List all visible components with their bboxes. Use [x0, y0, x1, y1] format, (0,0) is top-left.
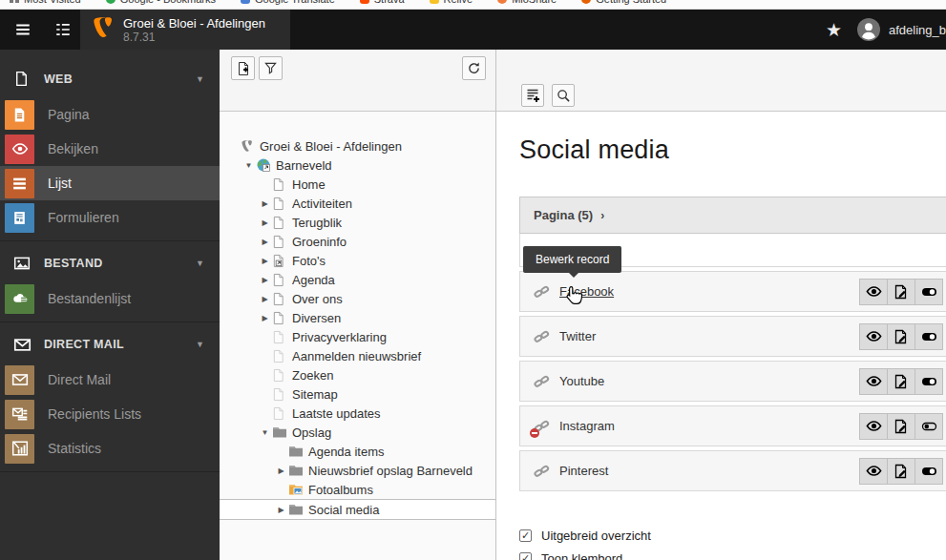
edit-button[interactable] — [887, 458, 915, 485]
chevron-right-icon[interactable]: ▶ — [258, 314, 272, 322]
chevron-right-icon[interactable]: ▶ — [274, 506, 288, 514]
tree-item[interactable]: ▶ Activiteiten — [220, 194, 495, 213]
tree-item-label[interactable]: Home — [292, 177, 326, 192]
option-row[interactable]: ✓ Uitgebreid overzicht — [519, 529, 946, 543]
tree-item[interactable]: ▶ Groeninfo — [220, 232, 495, 251]
tree-item[interactable]: ▶ Social media — [220, 499, 495, 520]
edit-button[interactable] — [887, 368, 915, 395]
tree-item-label[interactable]: Social media — [308, 503, 379, 517]
module-item-direct-mail[interactable]: Direct Mail — [0, 363, 220, 397]
chevron-right-icon[interactable]: ▶ — [258, 199, 272, 208]
filter-button[interactable] — [259, 56, 283, 80]
chevron-right-icon[interactable]: ▶ — [258, 295, 272, 303]
module-item-statistics[interactable]: Statistics — [0, 431, 220, 466]
toggle-visibility-button[interactable] — [914, 458, 943, 485]
bookmark-item[interactable]: Most Visited — [10, 0, 81, 5]
view-button[interactable] — [859, 458, 888, 485]
chevron-right-icon[interactable]: ▶ — [258, 218, 272, 227]
tree-item[interactable]: Sitemap — [220, 384, 495, 404]
tree-item[interactable]: Agenda items — [220, 442, 495, 461]
module-item-bestandenlijst[interactable]: Bestandenlijst — [0, 281, 220, 316]
bookmark-item[interactable]: Google - Bookmarks — [106, 0, 216, 5]
chevron-down-icon[interactable]: ▼ — [242, 161, 256, 170]
search-button[interactable] — [552, 84, 575, 107]
tree-item-label[interactable]: Over ons — [292, 292, 343, 306]
bookmark-star-icon[interactable]: ★ — [826, 21, 842, 39]
user-menu[interactable]: afdeling_b — [857, 18, 946, 41]
view-button[interactable] — [859, 279, 888, 305]
edit-button[interactable] — [887, 323, 915, 350]
bookmark-item[interactable]: Getting Started — [581, 0, 666, 5]
chevron-right-icon[interactable]: ▶ — [258, 238, 272, 246]
tree-item[interactable]: ▼ Opslag — [220, 423, 495, 442]
tree-item-label[interactable]: Foto's — [292, 254, 326, 268]
tree-item-label[interactable]: Activiteiten — [292, 197, 352, 211]
tree-item-label[interactable]: Groei & Bloei - Afdelingen — [260, 139, 402, 154]
tree-item-label[interactable]: Sitemap — [292, 387, 338, 402]
new-page-button[interactable] — [231, 56, 255, 80]
chevron-down-icon[interactable]: ▼ — [258, 428, 272, 437]
tree-item[interactable]: Home — [220, 175, 495, 194]
menu-toggle-icon[interactable] — [12, 19, 33, 40]
tree-item[interactable]: ▶ Terugblik — [220, 213, 495, 232]
module-item-recipients-lists[interactable]: Recipients Lists — [0, 397, 220, 431]
toggle-visibility-button[interactable] — [914, 279, 943, 305]
toggle-visibility-button[interactable] — [914, 413, 943, 440]
view-button[interactable] — [859, 368, 888, 395]
tree-item-label[interactable]: Opslag — [292, 425, 331, 440]
tree-item[interactable]: ▶ Agenda — [220, 270, 495, 289]
tree-item-label[interactable]: Zoeken — [292, 368, 333, 383]
record-link[interactable]: Pinterest — [559, 464, 608, 478]
tree-item[interactable]: Fotoalbums — [220, 480, 495, 499]
toggle-visibility-button[interactable] — [914, 323, 943, 350]
checkbox[interactable]: ✓ — [519, 529, 532, 542]
tree-item[interactable]: Zoeken — [220, 365, 495, 384]
table-heading[interactable]: Pagina (5) › — [519, 197, 946, 234]
tree-item[interactable]: ▶ Foto's — [220, 251, 495, 270]
pagetree-toggle-icon[interactable] — [53, 19, 74, 40]
module-section-header[interactable]: DIRECT MAIL ▼ — [0, 326, 220, 363]
tree-item-label[interactable]: Fotoalbums — [308, 483, 373, 497]
tree-item-label[interactable]: Nieuwsbrief opslag Barneveld — [308, 464, 473, 478]
bookmark-item[interactable]: Relive — [430, 0, 473, 5]
bookmark-item[interactable]: MioShare — [497, 0, 557, 5]
tree-item[interactable]: Privacyverklaring — [220, 327, 495, 346]
edit-button[interactable] — [887, 413, 915, 440]
module-item-bekijken[interactable]: Bekijken — [0, 132, 220, 166]
edit-button[interactable] — [887, 279, 915, 305]
module-section-header[interactable]: WEB ▼ — [0, 61, 220, 97]
module-section-header[interactable]: BESTAND ▼ — [0, 245, 220, 281]
module-item-formulieren[interactable]: Formulieren — [0, 200, 220, 235]
view-button[interactable] — [859, 413, 888, 440]
tree-item-label[interactable]: Diversen — [292, 311, 341, 325]
tree-item[interactable]: ▶ Over ons — [220, 289, 495, 308]
tree-item-label[interactable]: Aanmelden nieuwsbrief — [292, 349, 421, 363]
option-row[interactable]: ✓ Toon klembord — [519, 551, 946, 560]
tree-item-label[interactable]: Agenda items — [308, 445, 385, 459]
toggle-visibility-button[interactable] — [914, 368, 943, 395]
bookmark-item[interactable]: Strava — [360, 0, 405, 5]
checkbox[interactable]: ✓ — [519, 552, 532, 560]
module-item-lijst[interactable]: Lijst — [0, 166, 220, 200]
module-item-pagina[interactable]: Pagina — [0, 97, 220, 132]
tree-item[interactable]: ▼ Barneveld — [220, 156, 495, 175]
record-link[interactable]: Youtube — [559, 374, 604, 388]
chevron-right-icon[interactable]: ▶ — [258, 276, 272, 284]
tree-item-label[interactable]: Agenda — [292, 273, 335, 287]
tree-item-label[interactable]: Laatste updates — [292, 406, 381, 421]
tree-item-label[interactable]: Barneveld — [276, 158, 332, 173]
site-logo-block[interactable]: Groei & Bloei - Afdelingen 8.7.31 — [80, 10, 290, 50]
refresh-button[interactable] — [462, 56, 486, 80]
tree-item[interactable]: Laatste updates — [220, 404, 495, 423]
tree-item-label[interactable]: Groeninfo — [292, 235, 347, 249]
tree-item[interactable]: Groei & Bloei - Afdelingen — [220, 136, 495, 156]
record-link[interactable]: Twitter — [559, 329, 596, 343]
new-record-button[interactable] — [521, 84, 544, 107]
tree-item[interactable]: ▶ Diversen — [220, 308, 495, 327]
bookmark-item[interactable]: Google Translate — [241, 0, 335, 5]
tree-item[interactable]: Aanmelden nieuwsbrief — [220, 346, 495, 365]
tree-item-label[interactable]: Privacyverklaring — [292, 330, 387, 344]
tree-item[interactable]: ▶ Nieuwsbrief opslag Barneveld — [220, 461, 495, 480]
view-button[interactable] — [859, 323, 888, 350]
record-link[interactable]: Instagram — [559, 419, 615, 433]
